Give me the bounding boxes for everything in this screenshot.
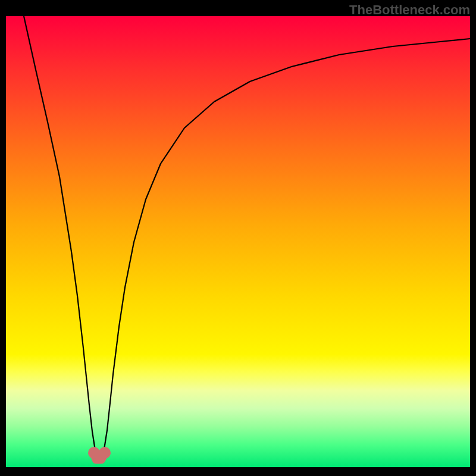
marker-right: [99, 447, 111, 459]
marker-left: [88, 447, 100, 459]
chart-frame: TheBottleneck.com: [0, 0, 476, 476]
watermark-text: TheBottleneck.com: [349, 2, 470, 18]
bottleneck-chart: [0, 0, 476, 476]
gradient-background: [6, 16, 470, 467]
